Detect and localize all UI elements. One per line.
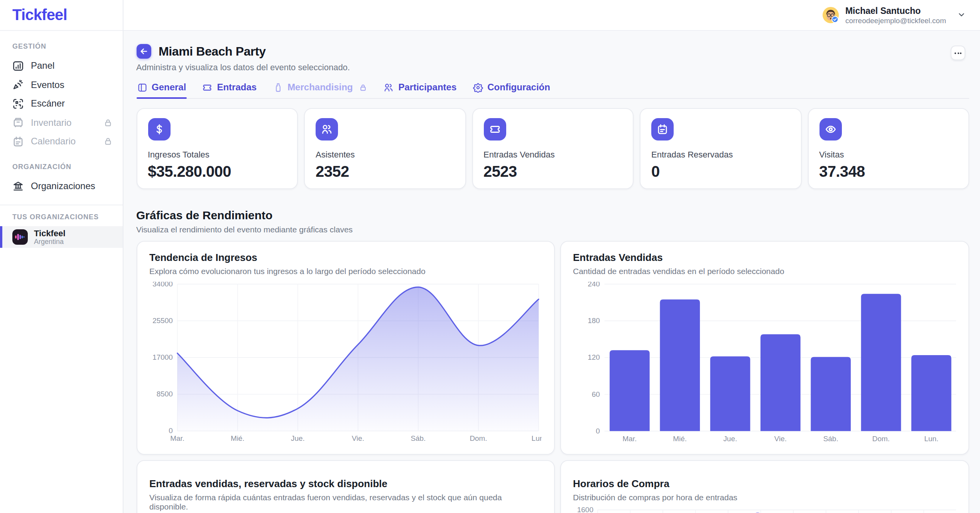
svg-text:8500: 8500 (156, 390, 172, 398)
page-title: Miami Beach Party (159, 44, 266, 58)
bar-Dom. (861, 294, 901, 431)
svg-text:Mar.: Mar. (622, 435, 637, 443)
svg-text:Mié.: Mié. (230, 434, 244, 442)
sidebar-item-label: Escáner (31, 98, 65, 109)
sidebar-item-organizaciones[interactable]: Organizaciones (0, 176, 123, 195)
tab-general[interactable]: General (136, 79, 187, 98)
bottle-icon (273, 82, 283, 92)
stat-card-ingresos-totales: Ingresos Totales$35.280.000 (136, 108, 298, 189)
sidebar-item-eventos[interactable]: Eventos (0, 75, 123, 94)
users-icon (384, 82, 394, 92)
tab-configuracion[interactable]: Configuración (472, 79, 551, 98)
svg-text:Dom.: Dom. (872, 435, 889, 443)
svg-text:Jue.: Jue. (291, 434, 304, 442)
chart-card-revenue-trend: Tendencia de Ingresos Explora cómo evolu… (136, 241, 554, 455)
main-area: Michael Santucho correodeejemplo@tickfee… (123, 0, 980, 513)
chart-subtitle: Cantidad de entradas vendidas en el perí… (573, 266, 956, 276)
calendar-icon (12, 136, 24, 147)
bar-Vie. (760, 334, 800, 431)
sidebar-item-label: Inventario (31, 117, 71, 128)
svg-text:Vie.: Vie. (351, 434, 364, 442)
stat-card-entradas-reservadas: Entradas Reservadas0 (640, 108, 801, 189)
tab-label: Entradas (217, 82, 257, 93)
sidebar-section-label: ORGANIZACIÓN (12, 163, 110, 170)
tab-entradas[interactable]: Entradas (201, 79, 257, 98)
tab-participantes[interactable]: Participantes (383, 79, 458, 98)
tab-bar: GeneralEntradasMerchandisingParticipante… (136, 79, 969, 99)
sidebar-item-inventario[interactable]: Inventario (0, 113, 123, 132)
stat-value: $35.280.000 (148, 163, 286, 181)
tab-label: Configuración (487, 82, 550, 93)
gear-icon (473, 82, 483, 92)
more-options-button[interactable] (951, 46, 965, 60)
sidebar-item-escaner[interactable]: Escáner (0, 94, 123, 113)
tab-label: General (152, 82, 186, 93)
chart-title: Tendencia de Ingresos (149, 252, 541, 263)
svg-text:Mar.: Mar. (170, 434, 184, 442)
bar-Mié. (659, 300, 700, 431)
chart-title: Entradas vendidas, reservadas y stock di… (149, 478, 541, 490)
user-meta: Michael Santucho correodeejemplo@tickfee… (845, 5, 946, 25)
calendar-icon (651, 118, 674, 141)
svg-text:240: 240 (587, 282, 600, 288)
svg-text:120: 120 (587, 353, 600, 361)
chart-subtitle: Explora cómo evolucionaron tus ingresos … (149, 266, 541, 276)
svg-text:34000: 34000 (152, 282, 172, 288)
tab-label: Participantes (399, 82, 457, 93)
users-icon (316, 118, 338, 141)
stat-value: 37.348 (819, 163, 958, 181)
section-title: Gráficas de Rendimiento (136, 208, 969, 222)
sidebar-section-label: GESTIÓN (12, 42, 110, 50)
charts-row: Tendencia de Ingresos Explora cómo evolu… (136, 241, 969, 455)
svg-text:0: 0 (595, 427, 600, 435)
arrow-left-icon (139, 47, 148, 56)
chart-subtitle: Visualiza de forma rápida cuántas entrad… (149, 493, 541, 511)
ellipsis-icon (955, 52, 956, 54)
app-root: Tickfeel GESTIÓNPanelEventosEscánerInven… (0, 0, 980, 513)
user-menu[interactable]: Michael Santucho correodeejemplo@tickfee… (823, 5, 965, 25)
chart-subtitle: Distribución de compras por hora de entr… (573, 493, 956, 502)
stat-value: 2523 (483, 163, 622, 181)
org-text: Tickfeel Argentina (34, 228, 66, 246)
content: Miami Beach Party Administra y visualiza… (123, 31, 980, 513)
sidebar-item-org-tickfeel[interactable]: Tickfeel Argentina (0, 226, 123, 248)
box-icon (12, 117, 24, 129)
tab-merchandising[interactable]: Merchandising (272, 79, 368, 98)
svg-text:Sáb.: Sáb. (410, 434, 425, 442)
lock-icon (359, 83, 368, 91)
stat-label: Entradas Vendidas (483, 150, 622, 159)
logo-area: Tickfeel (0, 0, 123, 31)
svg-text:17000: 17000 (152, 353, 172, 361)
user-avatar (823, 7, 839, 23)
stat-card-visitas: Visitas37.348 (808, 108, 969, 189)
party-popper-icon (12, 79, 24, 91)
stat-value: 2352 (316, 163, 454, 181)
purchase-hours-chart: 1600 (573, 506, 956, 513)
lock-icon (103, 118, 113, 127)
sidebar-item-calendario[interactable]: Calendario (0, 132, 123, 151)
brand-logo: Tickfeel (12, 6, 67, 24)
eye-icon (819, 118, 841, 141)
svg-text:25500: 25500 (152, 317, 172, 325)
landmark-icon (12, 180, 24, 192)
stat-label: Asistentes (316, 150, 454, 159)
book-panel-icon (137, 82, 147, 92)
section-subtitle: Visualiza el rendimiento del evento medi… (136, 225, 969, 234)
svg-text:60: 60 (591, 390, 600, 398)
dollar-icon (148, 118, 170, 141)
revenue-trend-chart: 08500170002550034000Mar.Mié.Jue.Vie.Sáb.… (149, 282, 541, 444)
bar-Lun. (911, 355, 951, 431)
svg-text:Sáb.: Sáb. (823, 435, 838, 443)
waveform-icon (15, 233, 25, 241)
svg-text:Lun.: Lun. (924, 435, 938, 443)
tickets-sold-chart: 060120180240Mar.Mié.Jue.Vie.Sáb.Dom.Lun. (573, 282, 956, 444)
sidebar-item-panel[interactable]: Panel (0, 56, 123, 75)
svg-text:Lun.: Lun. (531, 434, 541, 442)
bar-Mar. (609, 350, 649, 431)
qr-scan-icon (12, 98, 24, 110)
svg-text:Dom.: Dom. (469, 434, 487, 442)
chevron-down-icon[interactable] (958, 11, 965, 19)
svg-text:Vie.: Vie. (774, 435, 786, 443)
stats-row: Ingresos Totales$35.280.000Asistentes235… (136, 108, 969, 189)
back-button[interactable] (136, 44, 151, 59)
